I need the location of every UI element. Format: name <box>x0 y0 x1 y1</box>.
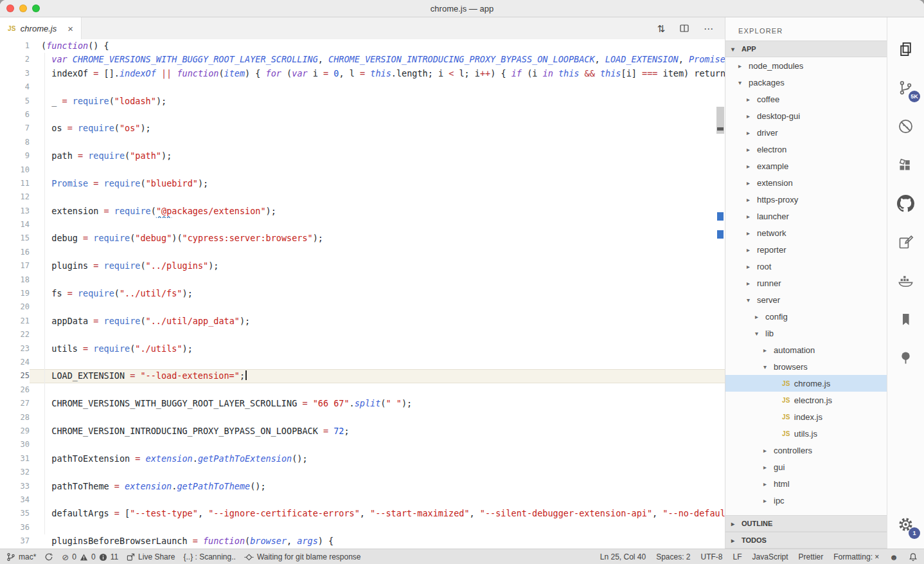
section-header-app[interactable]: ▾ APP <box>725 41 887 57</box>
file-electron.js[interactable]: JSelectron.js <box>725 392 887 408</box>
folder-driver[interactable]: ▸driver <box>725 124 887 141</box>
folder-controllers[interactable]: ▸controllers <box>725 442 887 459</box>
code-line-2[interactable]: 2 var CHROME_VERSIONS_WITH_BUGGY_ROOT_LA… <box>0 53 725 66</box>
folder-reporter[interactable]: ▸reporter <box>725 241 887 258</box>
section-header-todos[interactable]: ▸ TODOS <box>725 532 887 549</box>
feedback-smiley-icon[interactable]: ☻ <box>889 553 898 561</box>
notifications-bell-icon[interactable] <box>909 552 918 561</box>
folder-network[interactable]: ▸network <box>725 224 887 241</box>
code-line-13[interactable]: 13 extension = require("@packages/extens… <box>0 205 725 218</box>
folder-automation[interactable]: ▸automation <box>725 341 887 358</box>
tab-chrome-js[interactable]: JS chrome.js × <box>0 17 82 39</box>
folder-browsers[interactable]: ▾browsers <box>725 358 887 375</box>
folder-runner[interactable]: ▸runner <box>725 275 887 291</box>
problems-item[interactable]: ⊘ 0 0 11 <box>62 552 118 561</box>
code-line-11[interactable]: 11 Promise = require("bluebird"); <box>0 177 725 190</box>
code-line-33[interactable]: 33 pathToTheme = extension.getPathToThem… <box>0 480 725 493</box>
split-editor-icon[interactable] <box>679 23 689 33</box>
code-line-31[interactable]: 31 pathToExtension = extension.getPathTo… <box>0 452 725 466</box>
zoom-window-button[interactable] <box>32 5 40 12</box>
code-line-3[interactable]: 3 indexOf = [].indexOf || function(item)… <box>0 67 725 80</box>
settings-gear-icon[interactable]: 1 <box>897 516 914 533</box>
code-line-36[interactable]: 36 <box>0 521 725 534</box>
editor-scrollbar[interactable] <box>716 39 725 549</box>
folder-coffee[interactable]: ▸coffee <box>725 91 887 107</box>
folder-extension[interactable]: ▸extension <box>725 174 887 191</box>
folder-desktop-gui[interactable]: ▸desktop-gui <box>725 107 887 124</box>
file-utils.js[interactable]: JSutils.js <box>725 425 887 442</box>
code-line-30[interactable]: 30 <box>0 438 725 451</box>
code-line-20[interactable]: 20 <box>0 300 725 314</box>
git-blame-item[interactable]: Waiting for git blame response <box>244 552 361 561</box>
folder-example[interactable]: ▸example <box>725 158 887 174</box>
code-line-4[interactable]: 4 <box>0 80 725 94</box>
todo-tree-icon[interactable] <box>897 349 914 367</box>
close-window-button[interactable] <box>6 5 14 12</box>
code-line-19[interactable]: 19 fs = require("../util/fs"); <box>0 287 725 300</box>
live-share-item[interactable]: Live Share <box>127 552 175 561</box>
code-line-22[interactable]: 22 <box>0 328 725 341</box>
section-header-outline[interactable]: ▸ OUTLINE <box>725 515 887 532</box>
folder-ipc[interactable]: ▸ipc <box>725 492 887 509</box>
compare-changes-icon[interactable]: ⇅ <box>657 24 665 33</box>
code-line-28[interactable]: 28 <box>0 411 725 424</box>
code-line-16[interactable]: 16 <box>0 246 725 259</box>
explorer-icon[interactable] <box>897 41 914 58</box>
code-line-25[interactable]: 25 LOAD_EXTENSION = "--load-extension="; <box>0 369 725 383</box>
folder-packages[interactable]: ▾packages <box>725 74 887 91</box>
eol-item[interactable]: LF <box>733 552 742 561</box>
code-line-14[interactable]: 14 <box>0 218 725 232</box>
close-tab-icon[interactable]: × <box>67 23 73 34</box>
code-line-34[interactable]: 34 <box>0 493 725 507</box>
folder-lib[interactable]: ▾lib <box>725 325 887 341</box>
code-line-37[interactable]: 37 pluginsBeforeBrowserLaunch = function… <box>0 534 725 548</box>
code-line-8[interactable]: 8 <box>0 136 725 149</box>
encoding-item[interactable]: UTF-8 <box>701 552 723 561</box>
indentation-item[interactable]: Spaces: 2 <box>656 552 690 561</box>
source-control-icon[interactable]: 5K <box>897 79 914 96</box>
code-line-32[interactable]: 32 <box>0 466 725 479</box>
code-line-23[interactable]: 23 utils = require("./utils"); <box>0 342 725 356</box>
more-actions-icon[interactable]: ⋯ <box>704 24 713 33</box>
code-line-7[interactable]: 7 os = require("os"); <box>0 122 725 135</box>
file-chrome.js[interactable]: JSchrome.js <box>725 375 887 392</box>
folder-electron[interactable]: ▸electron <box>725 141 887 158</box>
code-line-15[interactable]: 15 debug = require("debug")("cypress:ser… <box>0 232 725 245</box>
code-line-12[interactable]: 12 <box>0 190 725 204</box>
github-icon[interactable] <box>897 195 914 212</box>
code-line-6[interactable]: 6 <box>0 108 725 122</box>
bookmarks-icon[interactable] <box>897 311 914 328</box>
extensions-icon[interactable] <box>897 156 914 174</box>
code-editor[interactable]: 1(function() {2 var CHROME_VERSIONS_WITH… <box>0 39 725 549</box>
folder-server[interactable]: ▾server <box>725 291 887 308</box>
folder-html[interactable]: ▸html <box>725 475 887 492</box>
folder-node_modules[interactable]: ▸node_modules <box>725 57 887 74</box>
formatting-item[interactable]: Formatting: × <box>833 552 879 561</box>
code-line-24[interactable]: 24 <box>0 356 725 369</box>
formatter-item[interactable]: Prettier <box>799 552 824 561</box>
docker-icon[interactable] <box>897 272 914 289</box>
code-line-5[interactable]: 5 _ = require("lodash"); <box>0 95 725 108</box>
minimize-window-button[interactable] <box>19 5 27 12</box>
circle-slash-icon[interactable] <box>897 118 914 135</box>
code-line-17[interactable]: 17 plugins = require("../plugins"); <box>0 259 725 273</box>
file-index.js[interactable]: JSindex.js <box>725 408 887 425</box>
language-mode-item[interactable]: JavaScript <box>752 552 788 561</box>
folder-https-proxy[interactable]: ▸https-proxy <box>725 191 887 208</box>
cursor-position-item[interactable]: Ln 25, Col 40 <box>600 552 646 561</box>
code-line-26[interactable]: 26 <box>0 383 725 397</box>
git-branch-item[interactable]: mac* <box>6 552 36 561</box>
folder-config[interactable]: ▸config <box>725 308 887 325</box>
code-line-21[interactable]: 21 appData = require("../util/app_data")… <box>0 314 725 328</box>
code-line-18[interactable]: 18 <box>0 273 725 287</box>
code-line-1[interactable]: 1(function() { <box>0 39 725 53</box>
spell-scanning-item[interactable]: {..} : Scanning.. <box>183 552 235 561</box>
code-line-29[interactable]: 29 CHROME_VERSION_INTRODUCING_PROXY_BYPA… <box>0 424 725 438</box>
folder-gui[interactable]: ▸gui <box>725 459 887 475</box>
edit-session-icon[interactable] <box>897 233 914 251</box>
code-line-27[interactable]: 27 CHROME_VERSIONS_WITH_BUGGY_ROOT_LAYER… <box>0 397 725 410</box>
code-line-10[interactable]: 10 <box>0 163 725 177</box>
folder-root[interactable]: ▸root <box>725 258 887 275</box>
code-line-35[interactable]: 35 defaultArgs = ["--test-type", "--igno… <box>0 507 725 520</box>
code-line-9[interactable]: 9 path = require("path"); <box>0 149 725 163</box>
